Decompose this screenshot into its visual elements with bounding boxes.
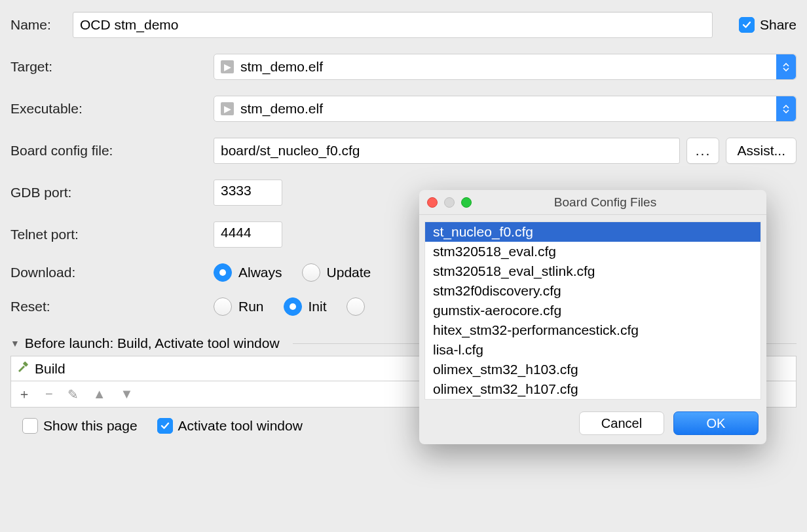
before-launch-item-label: Build (35, 361, 66, 377)
share-label: Share (760, 17, 797, 33)
cancel-button[interactable]: Cancel (579, 411, 664, 435)
radio-icon (214, 297, 232, 316)
download-always-label: Always (238, 265, 282, 280)
reset-run-radio[interactable]: Run (214, 297, 264, 316)
list-item[interactable]: stm320518_eval.cfg (425, 242, 760, 261)
target-dropdown[interactable]: ▶ stm_demo.elf (214, 54, 797, 80)
list-item[interactable]: hitex_stm32-performancestick.cfg (425, 320, 760, 340)
executable-value: stm_demo.elf (240, 101, 323, 117)
list-item[interactable]: olimex_stm32_h103.cfg (425, 360, 760, 379)
radio-selected-icon (284, 297, 302, 316)
radio-icon (347, 297, 365, 316)
board-config-dialog: Board Config Files st_nucleo_f0.cfgstm32… (419, 190, 766, 444)
board-config-input[interactable]: board/st_nucleo_f0.cfg (214, 138, 680, 164)
edit-icon[interactable]: ✎ (67, 387, 79, 402)
list-item[interactable]: gumstix-aerocore.cfg (425, 301, 760, 320)
share-checkbox[interactable] (739, 17, 755, 33)
hammer-icon (16, 360, 29, 377)
disclosure-triangle-icon: ▼ (10, 338, 20, 349)
download-label: Download: (10, 265, 214, 280)
download-updated-radio[interactable]: Update (302, 263, 371, 282)
download-updated-label: Update (327, 265, 371, 280)
reset-label: Reset: (10, 299, 214, 314)
reset-third-radio[interactable] (347, 297, 365, 316)
radio-icon (302, 263, 320, 282)
reset-init-label: Init (309, 299, 327, 314)
file-icon: ▶ (221, 60, 234, 73)
reset-run-label: Run (238, 299, 264, 314)
share-checkbox-group[interactable]: Share (739, 17, 797, 33)
activate-tool-window-checkbox-group[interactable]: Activate tool window (157, 418, 303, 434)
radio-selected-icon (214, 263, 232, 282)
browse-button[interactable]: ... (686, 138, 719, 164)
board-config-label: Board config file: (10, 143, 214, 159)
telnet-port-input[interactable]: 4444 (214, 221, 282, 248)
list-item[interactable]: stm32f0discovery.cfg (425, 281, 760, 301)
add-icon[interactable]: ＋ (18, 385, 31, 403)
board-config-list[interactable]: st_nucleo_f0.cfgstm320518_eval.cfgstm320… (424, 221, 761, 400)
list-item[interactable]: lisa-l.cfg (425, 340, 760, 360)
list-item[interactable]: olimex_stm32_h107.cfg (425, 379, 760, 399)
close-icon[interactable] (427, 197, 438, 208)
download-always-radio[interactable]: Always (214, 263, 282, 282)
reset-init-radio[interactable]: Init (284, 297, 327, 316)
executable-label: Executable: (10, 101, 214, 117)
file-icon: ▶ (221, 102, 234, 115)
remove-icon[interactable]: − (45, 387, 53, 402)
list-item[interactable]: st_nucleo_f0.cfg (425, 222, 760, 242)
activate-tool-window-checkbox[interactable] (157, 418, 173, 434)
minimize-icon (444, 197, 455, 208)
show-this-page-checkbox-group[interactable]: Show this page (22, 418, 138, 434)
move-down-icon[interactable]: ▼ (120, 387, 133, 402)
activate-tool-window-label: Activate tool window (178, 418, 303, 434)
show-this-page-label: Show this page (43, 418, 138, 434)
name-input[interactable]: OCD stm_demo (73, 12, 713, 38)
assist-button[interactable]: Assist... (726, 138, 797, 164)
before-launch-title: Before launch: Build, Activate tool wind… (25, 335, 280, 351)
chevron-updown-icon[interactable] (776, 96, 796, 121)
zoom-icon[interactable] (461, 197, 472, 208)
ok-button[interactable]: OK (673, 411, 759, 435)
chevron-updown-icon[interactable] (776, 54, 796, 79)
executable-dropdown[interactable]: ▶ stm_demo.elf (214, 96, 797, 122)
name-label: Name: (10, 17, 73, 33)
dialog-title: Board Config Files (491, 195, 759, 210)
gdb-port-label: GDB port: (10, 185, 214, 200)
show-this-page-checkbox[interactable] (22, 418, 38, 434)
target-label: Target: (10, 59, 214, 75)
target-value: stm_demo.elf (240, 59, 323, 75)
telnet-port-label: Telnet port: (10, 227, 214, 242)
gdb-port-input[interactable]: 3333 (214, 180, 282, 206)
list-item[interactable]: stm320518_eval_stlink.cfg (425, 261, 760, 281)
move-up-icon[interactable]: ▲ (93, 387, 106, 402)
